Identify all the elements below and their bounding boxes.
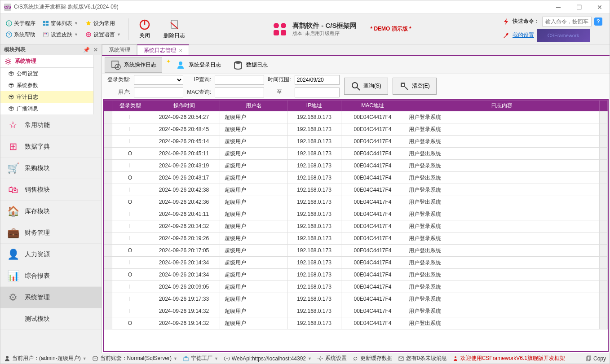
cell: I [112,305,148,317]
tab[interactable]: 系统管理 [102,44,137,55]
table-row[interactable]: I2024-09-26 20:19:26超级用户192.168.0.17300E… [104,232,608,245]
tab-close-icon[interactable]: ✕ [179,48,182,53]
cell: 超级用户 [220,148,287,160]
sidebar-module-2[interactable]: 🛒采购模块 [0,158,102,179]
svg-rect-37 [588,356,591,360]
cell: 192.168.0.173 [287,317,341,329]
table-row[interactable]: I2024-09-26 20:41:11超级用户192.168.0.17300E… [104,208,608,220]
sidebar-module-7[interactable]: 📊综合报表 [0,265,102,287]
sidebar-module-6[interactable]: 👤人力资源 [0,244,102,265]
module-icon: 🛒 [7,162,19,175]
col-header[interactable]: 登录类型 [112,101,148,111]
col-header[interactable]: IP地址 [287,101,341,111]
status-refresh[interactable]: 更新缓存数据 [352,355,393,362]
sidebar-tree-item[interactable]: 广播消息 [0,103,93,114]
search-button[interactable]: 查询(S) [344,78,388,95]
status-webapi[interactable]: WebApi:https://localhost:44392▼ [224,355,312,362]
table-row[interactable]: I2024-09-26 19:17:33超级用户192.168.0.17300E… [104,293,608,305]
chevron-down-icon: ▼ [74,32,78,37]
status-account[interactable]: 当前账套：Normal(SqlServer)▼ [92,355,177,362]
cell: 用户登录系统 [404,208,600,220]
clear-button[interactable]: 清空(E) [393,78,437,95]
table-row[interactable]: I2024-09-26 20:09:05超级用户192.168.0.17300E… [104,281,608,293]
table-row[interactable]: O2024-09-26 20:17:05超级用户192.168.0.17300E… [104,245,608,257]
sidebar-module-1[interactable]: ⊞数据字典 [0,136,102,158]
cell: 2024-09-26 20:19:26 [148,232,220,245]
sidebar-module-5[interactable]: 💼财务管理 [0,222,102,244]
col-header[interactable]: 用户名 [220,101,287,111]
status-unread[interactable]: 您有0条未读消息 [398,355,447,362]
status-factory[interactable]: 宁德工厂▼ [183,355,218,362]
cell: 00E04C4417F4 [341,123,404,136]
cell: 192.168.0.173 [287,293,341,305]
table-row[interactable]: I2024-09-26 20:42:38超级用户192.168.0.17300E… [104,184,608,196]
table-row[interactable]: I2024-09-26 20:14:34超级用户192.168.0.17300E… [104,257,608,269]
subtab[interactable]: 数据日志 [227,57,274,73]
window-list-button[interactable]: 窗体列表▼ [41,19,80,28]
col-header[interactable]: 日志内容 [404,101,600,111]
sidebar-module-3[interactable]: 🛍销售模块 [0,179,102,201]
language-button[interactable]: 设置语言▼ [84,30,123,39]
status-settings[interactable]: 系统设置 [317,355,347,362]
tab[interactable]: 系统日志管理✕ [137,44,189,55]
pin-icon[interactable]: 📌 [83,47,90,53]
minimize-button[interactable]: ─ [552,3,565,12]
skin-button[interactable]: 设置皮肤▼ [41,30,80,39]
subtab[interactable]: 系统操作日志 [105,57,162,73]
table-row[interactable]: O2024-09-26 19:14:32超级用户192.168.0.17300E… [104,317,608,329]
ribbon: i关于程序 ?系统帮助 窗体列表▼ 设置皮肤▼ 设为常用 设置语言▼ 关闭 删除… [0,14,610,44]
help-icon[interactable]: ? [594,18,602,26]
table-row[interactable]: I2024-09-26 20:54:27超级用户192.168.0.17300E… [104,111,608,123]
about-button[interactable]: i关于程序 [4,19,37,28]
sidebar-tree-item[interactable]: 公司设置 [0,68,93,79]
table-row[interactable]: I2024-09-26 20:34:32超级用户192.168.0.17300E… [104,220,608,232]
table-row[interactable]: O2024-09-26 20:43:17超级用户192.168.0.17300E… [104,172,608,184]
sidebar-module-9[interactable]: 测试模块 [0,308,102,330]
sidebar-module-8[interactable]: ⚙系统管理 [0,287,102,308]
col-header[interactable]: 操作时间 [148,101,220,111]
gear-icon [4,57,12,66]
cell: 用户登出系统 [404,317,600,329]
table-row[interactable]: I2024-09-26 19:14:32超级用户192.168.0.17300E… [104,305,608,317]
date-from-input[interactable] [295,75,340,85]
maximize-button[interactable]: ☐ [573,3,585,12]
close-panel-icon[interactable]: ✕ [93,47,98,53]
my-settings-link[interactable]: 我的设置 [513,31,534,39]
login-type-select[interactable] [134,75,183,85]
ip-input[interactable] [215,75,264,85]
sidebar-module-0[interactable]: ☆常用功能 [0,114,102,136]
sidebar-tree-item[interactable]: 系统参数 [0,79,93,91]
table-row[interactable]: O2024-09-26 20:42:36超级用户192.168.0.17300E… [104,196,608,208]
row-indicator [104,317,112,329]
date-to-input[interactable] [295,88,340,97]
help-button[interactable]: ?系统帮助 [4,30,37,39]
svg-text:?: ? [8,32,10,37]
svg-rect-36 [587,357,590,361]
sidebar-tree-item[interactable]: 审计日志 [0,91,93,103]
mac-input[interactable] [215,88,264,97]
delete-log-button[interactable]: 删除日志 [159,17,190,41]
cell: 超级用户 [220,305,287,317]
close-window-button[interactable]: ✕ [593,3,606,12]
sidebar-category-header[interactable]: 系统管理 [0,55,93,68]
col-header[interactable]: MAC地址 [341,101,404,111]
table-row[interactable]: I2024-09-26 20:45:14超级用户192.168.0.17300E… [104,136,608,148]
user-input[interactable] [134,88,183,97]
status-user[interactable]: 当前用户：(admin-超级用户)▼ [4,355,87,362]
close-label: 关闭 [139,32,150,39]
table-row[interactable]: O2024-09-26 20:14:34超级用户192.168.0.17300E… [104,269,608,281]
close-button[interactable]: 关闭 [134,17,155,41]
sidebar-scrollbar[interactable] [93,55,102,114]
subtab[interactable]: ✦系统登录日志 [162,57,227,73]
table-row[interactable]: I2024-09-26 20:43:19超级用户192.168.0.17300E… [104,160,608,172]
sidebar-module-4[interactable]: 🏠库存模块 [0,201,102,222]
cell: O [112,245,148,257]
cell: 2024-09-26 20:43:19 [148,160,220,172]
quick-cmd-input[interactable] [542,17,592,26]
grid-wrap[interactable]: 登录类型操作时间用户名IP地址MAC地址日志内容I2024-09-26 20:5… [103,99,609,352]
table-row[interactable]: O2024-09-26 20:45:11超级用户192.168.0.17300E… [104,148,608,160]
favorite-button[interactable]: 设为常用 [84,19,123,28]
table-row[interactable]: I2024-09-26 20:48:45超级用户192.168.0.17300E… [104,123,608,136]
cell: 192.168.0.173 [287,208,341,220]
status-copy[interactable]: Copy [585,355,606,362]
